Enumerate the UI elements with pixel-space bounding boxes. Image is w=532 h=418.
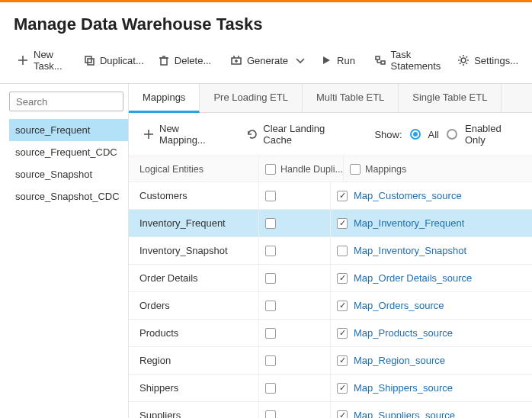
- header-map-checkbox[interactable]: [350, 164, 361, 175]
- new-mapping-button[interactable]: New Mapping...: [136, 119, 234, 150]
- mapping-link[interactable]: Map_Customers_source: [354, 190, 462, 201]
- mapping-cell: Map_Inventory_Frequent: [330, 210, 532, 236]
- new-task-button[interactable]: New Task...: [11, 45, 75, 76]
- mapping-checkbox[interactable]: [337, 301, 348, 311]
- mapping-link[interactable]: Map_Inventory_Snapshot: [354, 245, 466, 256]
- mapping-checkbox[interactable]: [337, 218, 348, 229]
- generate-label: Generate: [247, 55, 288, 66]
- mapping-link[interactable]: Map_Shippers_source: [354, 382, 453, 394]
- play-icon: [320, 54, 332, 66]
- gear-icon: [457, 54, 470, 66]
- grid-row[interactable]: Inventory_SnapshotMap_Inventory_Snapshot: [129, 237, 532, 265]
- plus-icon: [143, 128, 155, 140]
- tab[interactable]: Multi Table ETL: [303, 84, 399, 112]
- dup-checkbox[interactable]: [265, 355, 276, 366]
- mappings-subbar: New Mapping... Clear Landing Cache Show:…: [129, 113, 532, 156]
- mapping-checkbox[interactable]: [337, 410, 348, 419]
- mapping-checkbox[interactable]: [337, 191, 348, 201]
- radio-enabled-label: Enabled Only: [465, 123, 524, 146]
- source-item[interactable]: source_Snapshot: [9, 163, 128, 185]
- mapping-link[interactable]: Map_Products_source: [354, 327, 453, 339]
- radio-all[interactable]: [410, 129, 421, 140]
- delete-label: Delete...: [175, 55, 211, 66]
- mapping-link[interactable]: Map_Orders_source: [354, 300, 444, 311]
- svg-line-25: [466, 56, 468, 58]
- dup-checkbox[interactable]: [265, 273, 276, 284]
- task-statements-button[interactable]: Task Statements: [368, 45, 450, 76]
- grid-row[interactable]: ProductsMap_Products_source: [129, 320, 532, 347]
- main-panel: MappingsPre Loading ETLMulti Table ETLSi…: [128, 84, 532, 418]
- dup-checkbox[interactable]: [265, 218, 276, 229]
- duplicate-button[interactable]: Duplicat...: [77, 50, 150, 70]
- settings-button[interactable]: Settings...: [451, 50, 524, 70]
- dup-checkbox[interactable]: [265, 301, 276, 311]
- dup-checkbox[interactable]: [265, 328, 276, 339]
- clear-cache-button[interactable]: Clear Landing Cache: [240, 119, 362, 150]
- grid-row[interactable]: RegionMap_Region_source: [129, 347, 532, 375]
- entity-cell: Orders: [129, 300, 258, 311]
- grid-row[interactable]: CustomersMap_Customers_source: [129, 182, 532, 210]
- tab[interactable]: Mappings: [129, 84, 200, 113]
- sidebar: source_Frequentsource_Frequent_CDCsource…: [0, 84, 128, 418]
- dup-checkbox[interactable]: [265, 191, 276, 201]
- generate-button[interactable]: Generate: [224, 50, 312, 70]
- header-dup: Handle Dupli...: [280, 164, 343, 175]
- search-input[interactable]: [14, 95, 146, 108]
- mapping-link[interactable]: Map_Suppliers_source: [354, 410, 455, 418]
- svg-point-17: [461, 58, 466, 63]
- toolbar: New Task... Duplicat... Delete... Genera…: [0, 42, 532, 84]
- dup-cell: [258, 375, 330, 401]
- dup-cell: [258, 292, 330, 319]
- grid-row[interactable]: SuppliersMap_Suppliers_source: [129, 402, 532, 418]
- tab[interactable]: Single Table ETL: [399, 84, 502, 112]
- mapping-cell: Map_Products_source: [330, 320, 532, 346]
- source-item[interactable]: source_Snapshot_CDC: [9, 185, 128, 207]
- run-button[interactable]: Run: [314, 50, 361, 70]
- source-item[interactable]: source_Frequent: [9, 119, 128, 141]
- entity-cell: Products: [129, 327, 258, 339]
- mapping-cell: Map_Region_source: [330, 347, 532, 374]
- mapping-link[interactable]: Map_Region_source: [354, 355, 445, 366]
- dup-checkbox[interactable]: [265, 246, 276, 256]
- grid-row[interactable]: Order DetailsMap_Order Details_source: [129, 265, 532, 292]
- radio-enabled-only[interactable]: [447, 129, 457, 140]
- dup-checkbox[interactable]: [265, 410, 276, 419]
- svg-rect-2: [85, 56, 91, 63]
- mapping-checkbox[interactable]: [337, 383, 348, 394]
- grid-row[interactable]: Inventory_FrequentMap_Inventory_Frequent: [129, 210, 532, 237]
- mapping-link[interactable]: Map_Order Details_source: [354, 272, 472, 284]
- radio-all-label: All: [428, 129, 439, 140]
- search-wrap[interactable]: [9, 92, 123, 111]
- mapping-cell: Map_Inventory_Snapshot: [330, 237, 532, 264]
- mapping-checkbox[interactable]: [337, 246, 348, 256]
- tab[interactable]: Pre Loading ETL: [200, 84, 303, 112]
- duplicate-icon: [83, 54, 95, 66]
- mapping-checkbox[interactable]: [337, 355, 348, 366]
- mapping-link[interactable]: Map_Inventory_Frequent: [354, 217, 464, 229]
- entity-cell: Inventory_Frequent: [129, 217, 258, 229]
- header-dup-checkbox[interactable]: [265, 164, 276, 175]
- grid-row[interactable]: OrdersMap_Orders_source: [129, 292, 532, 320]
- mapping-checkbox[interactable]: [337, 328, 348, 339]
- source-list: source_Frequentsource_Frequent_CDCsource…: [9, 119, 128, 207]
- duplicate-label: Duplicat...: [100, 55, 144, 66]
- mapping-checkbox[interactable]: [337, 273, 348, 284]
- delete-button[interactable]: Delete...: [152, 50, 217, 70]
- dup-cell: [258, 320, 330, 346]
- svg-rect-3: [88, 59, 94, 65]
- mapping-cell: Map_Customers_source: [330, 182, 532, 209]
- header-mappings: Mappings: [365, 164, 406, 175]
- dup-cell: [258, 265, 330, 291]
- mapping-cell: Map_Shippers_source: [330, 375, 532, 401]
- dup-cell: [258, 237, 330, 264]
- mapping-cell: Map_Suppliers_source: [330, 402, 532, 418]
- entity-cell: Order Details: [129, 272, 258, 284]
- run-label: Run: [337, 55, 355, 66]
- svg-line-24: [460, 63, 461, 65]
- show-label: Show:: [374, 129, 402, 140]
- dup-checkbox[interactable]: [265, 383, 276, 394]
- grid-row[interactable]: ShippersMap_Shippers_source: [129, 375, 532, 402]
- source-item[interactable]: source_Frequent_CDC: [9, 141, 128, 163]
- tabs: MappingsPre Loading ETLMulti Table ETLSi…: [129, 84, 532, 113]
- grid-body: CustomersMap_Customers_sourceInventory_F…: [129, 182, 532, 418]
